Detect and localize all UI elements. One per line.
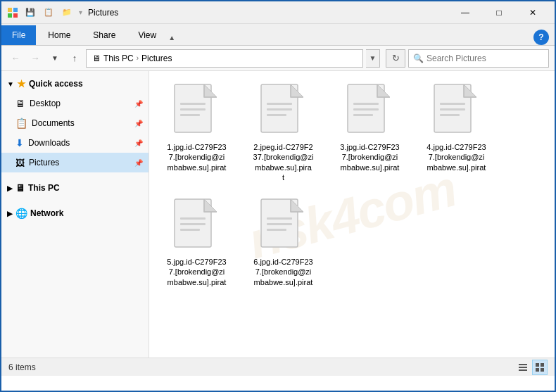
svg-rect-13 (353, 103, 379, 105)
history-dropdown-button[interactable]: ▼ (46, 50, 63, 67)
forward-button[interactable]: → (27, 50, 44, 67)
file-item[interactable]: 6.jpg.id-C279F23 7.[brokendig@zi mbabwe.… (243, 193, 324, 292)
qa-properties-btn[interactable]: 📋 (41, 5, 56, 20)
path-icon: 🖥 (92, 53, 101, 63)
help-button[interactable]: ? (533, 30, 549, 45)
svg-rect-34 (541, 368, 544, 372)
svg-rect-29 (519, 367, 527, 368)
item-count: 6 items (8, 362, 36, 372)
svg-rect-18 (440, 108, 465, 110)
documents-label: Documents (32, 118, 75, 128)
svg-rect-6 (180, 108, 206, 110)
file-name: 3.jpg.id-C279F23 7.[brokendig@zi mbabwe.… (340, 142, 399, 172)
svg-rect-3 (13, 13, 18, 18)
search-box[interactable]: 🔍 (408, 49, 549, 68)
svg-rect-17 (440, 103, 465, 105)
file-item[interactable]: 4.jpg.id-C279F23 7.[brokendig@zi mbabwe.… (416, 78, 497, 187)
file-name: 5.jpg.id-C279F23 7.[brokendig@zi mbabwe.… (167, 257, 226, 287)
view-controls (515, 360, 548, 375)
svg-rect-21 (180, 217, 206, 220)
path-this-pc[interactable]: This PC (103, 53, 134, 63)
documents-icon: 📋 (15, 118, 27, 129)
address-path[interactable]: 🖥 This PC › Pictures (86, 49, 363, 68)
svg-rect-2 (8, 13, 12, 18)
file-icon (258, 198, 309, 254)
svg-rect-10 (267, 108, 292, 110)
qa-newdir-btn[interactable]: 📁 (59, 5, 75, 20)
window-controls: — □ ✕ (449, 1, 549, 24)
close-button[interactable]: ✕ (517, 1, 549, 24)
network-label: Network (30, 208, 63, 218)
file-item[interactable]: 2.jpeg.id-C279F2 37.[brokendig@zi mbabwe… (243, 78, 324, 187)
tab-file[interactable]: File (1, 25, 36, 45)
svg-rect-26 (267, 223, 292, 225)
this-pc-label: This PC (28, 183, 60, 193)
quick-access-toolbar: 💾 📋 📁 ▾ (23, 5, 82, 20)
this-pc-icon: 🖥 (15, 182, 25, 194)
svg-rect-25 (267, 217, 292, 220)
pin-icon-pictures: 📌 (134, 159, 143, 167)
svg-rect-22 (180, 223, 206, 225)
file-icon (431, 83, 482, 139)
search-input[interactable] (427, 53, 544, 63)
sidebar-section-quick-access[interactable]: ▼ ★ Quick access (1, 74, 149, 94)
path-pictures[interactable]: Pictures (141, 53, 172, 63)
downloads-icon: ⬇ (15, 137, 24, 148)
file-icon (258, 83, 309, 139)
svg-rect-28 (519, 364, 527, 365)
file-area[interactable]: risk4com 1.jpg.id-C279F23 7.[brokendig@z… (149, 71, 555, 358)
up-button[interactable]: ↑ (66, 50, 83, 67)
sidebar-section-this-pc[interactable]: ▶ 🖥 This PC (1, 178, 149, 198)
file-item[interactable]: 5.jpg.id-C279F23 7.[brokendig@zi mbabwe.… (156, 193, 237, 292)
sidebar-item-downloads[interactable]: ⬇ Downloads 📌 (1, 133, 149, 153)
path-separator-1: › (137, 54, 139, 62)
file-name: 1.jpg.id-C279F23 7.[brokendig@zi mbabwe.… (167, 142, 226, 172)
tab-home[interactable]: Home (37, 25, 81, 45)
svg-rect-11 (267, 114, 286, 116)
address-bar: ← → ▼ ↑ 🖥 This PC › Pictures ▼ ↻ 🔍 (1, 46, 555, 71)
svg-rect-14 (353, 108, 379, 110)
tab-view[interactable]: View (127, 25, 167, 45)
network-icon: 🌐 (15, 208, 27, 219)
main-content: ▼ ★ Quick access 🖥 Desktop 📌 📋 Documents… (1, 71, 555, 358)
svg-rect-32 (541, 363, 544, 367)
sidebar-item-desktop[interactable]: 🖥 Desktop 📌 (1, 94, 149, 113)
ribbon: File Home Share View ▲ ? (1, 24, 555, 46)
quick-access-expand-icon: ▼ (7, 80, 14, 88)
this-pc-expand-icon: ▶ (7, 184, 13, 192)
pin-icon-downloads: 📌 (134, 139, 143, 147)
sidebar-item-pictures[interactable]: 🖼 Pictures 📌 (1, 153, 149, 172)
maximize-button[interactable]: □ (483, 1, 515, 24)
title-bar: 💾 📋 📁 ▾ Pictures — □ ✕ (1, 1, 555, 24)
sidebar-section-network[interactable]: ▶ 🌐 Network (1, 203, 149, 223)
minimize-button[interactable]: — (449, 1, 481, 24)
quick-access-star-icon: ★ (17, 78, 26, 89)
svg-rect-33 (536, 368, 539, 372)
svg-rect-7 (180, 114, 200, 116)
sidebar: ▼ ★ Quick access 🖥 Desktop 📌 📋 Documents… (1, 71, 149, 358)
file-icon (345, 83, 396, 139)
svg-rect-30 (519, 369, 527, 371)
back-button[interactable]: ← (7, 50, 24, 67)
pin-icon-desktop: 📌 (134, 100, 143, 108)
svg-rect-27 (267, 229, 286, 231)
list-view-button[interactable] (515, 360, 531, 375)
pin-icon-documents: 📌 (134, 120, 143, 127)
app-icon (7, 7, 18, 18)
sidebar-item-documents[interactable]: 📋 Documents 📌 (1, 113, 149, 133)
file-icon (172, 83, 222, 139)
file-icon (172, 198, 222, 254)
ribbon-collapse-btn[interactable]: ▲ (168, 34, 175, 42)
file-item[interactable]: 3.jpg.id-C279F23 7.[brokendig@zi mbabwe.… (329, 78, 410, 187)
large-icons-view-button[interactable] (532, 360, 548, 375)
tab-share[interactable]: Share (82, 25, 126, 45)
address-dropdown-button[interactable]: ▼ (366, 49, 380, 68)
file-item[interactable]: 1.jpg.id-C279F23 7.[brokendig@zi mbabwe.… (156, 78, 237, 187)
qa-save-btn[interactable]: 💾 (23, 5, 38, 20)
svg-rect-31 (536, 363, 539, 367)
svg-rect-0 (8, 8, 12, 12)
files-grid: 1.jpg.id-C279F23 7.[brokendig@zi mbabwe.… (156, 78, 548, 292)
downloads-label: Downloads (28, 138, 70, 148)
refresh-button[interactable]: ↻ (386, 49, 405, 68)
ribbon-tabs: File Home Share View ▲ ? (1, 24, 555, 45)
